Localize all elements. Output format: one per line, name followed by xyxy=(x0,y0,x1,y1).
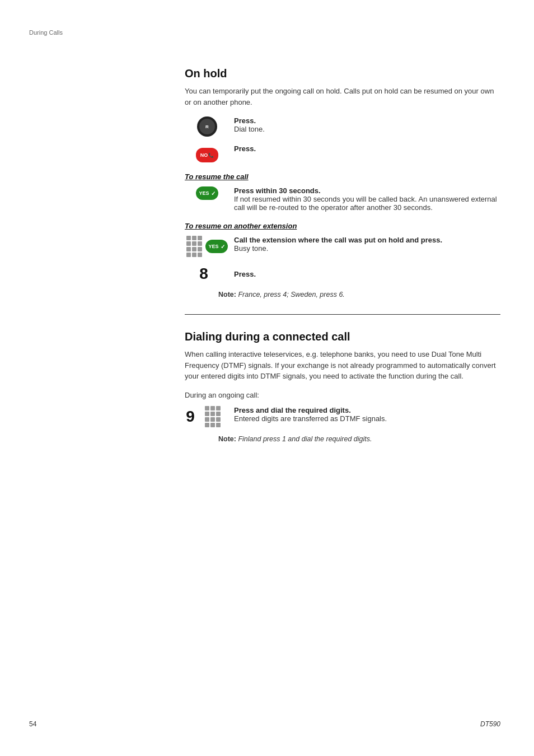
step8-number-col: 8 xyxy=(185,265,229,283)
checkmark-ext-icon: ✓ xyxy=(221,244,225,250)
page-number: 54 xyxy=(29,720,36,728)
no-label: NO xyxy=(200,152,208,158)
resume-call-text: Press within 30 seconds. If not resumed … xyxy=(234,186,500,212)
during-call-label: During an ongoing call: xyxy=(185,391,500,399)
r-button-inner: R xyxy=(199,119,215,134)
resume-ext-label: Call the extension where the call was pu… xyxy=(234,236,500,244)
resume-ext-row: YES ✓ Call the extension where the call … xyxy=(185,236,500,257)
yes-button-ext-icon: YES ✓ xyxy=(205,240,228,253)
dialing-step-label: Press and dial the required digits. xyxy=(234,406,500,414)
resume-ext-text: Call the extension where the call was pu… xyxy=(234,236,500,253)
step9-number: 9 xyxy=(185,408,196,426)
keypad-icon xyxy=(186,236,202,257)
resume-ext-sub: Busy tone. xyxy=(234,244,500,253)
on-hold-title: On hold xyxy=(185,67,500,80)
step8-row: 8 Press. xyxy=(185,265,500,283)
r-button-icon-col: R xyxy=(185,116,229,137)
dialing-note: Note: Finland press 1 and dial the requi… xyxy=(218,435,500,443)
resume-ext-note: Note: France, press 4; Sweden, press 6. xyxy=(218,291,500,298)
step1-row: R Press. Dial tone. xyxy=(185,116,500,137)
resume-call-row: YES ✓ Press within 30 seconds. If not re… xyxy=(185,186,500,212)
yes-button-icon-col: YES ✓ xyxy=(185,186,229,200)
step1-label: Press. xyxy=(234,116,500,125)
no-button-icon-col: NO 📞 xyxy=(185,144,229,162)
dialing-step-text: Press and dial the required digits. Ente… xyxy=(234,406,500,423)
r-button-icon: R xyxy=(197,116,217,137)
resume-ext-note-text: France, press 4; Sweden, press 6. xyxy=(238,291,344,298)
dialing-step-sub: Entered digits are transferred as DTMF s… xyxy=(234,414,500,423)
section-divider xyxy=(185,314,500,315)
step1-sub: Dial tone. xyxy=(234,125,500,133)
step2-row: NO 📞 Press. xyxy=(185,144,500,162)
step8-number: 8 xyxy=(198,265,209,283)
no-button-icon: NO 📞 xyxy=(196,148,218,162)
dialing-step-row: 9 Press and dial the required digits. En… xyxy=(185,406,500,427)
product-name: DT590 xyxy=(480,720,500,728)
step2-text: Press. xyxy=(234,144,500,153)
dialing-note-text: Finland press 1 and dial the required di… xyxy=(238,435,372,443)
on-hold-section: On hold You can temporarily put the ongo… xyxy=(185,67,500,298)
dialing-title: Dialing during a connected call xyxy=(185,330,500,343)
resume-call-desc: If not resumed within 30 seconds you wil… xyxy=(234,195,500,212)
dialing-step-icon-col: 9 xyxy=(185,406,229,427)
resume-call-title: To resume the call xyxy=(185,172,500,181)
resume-call-label: Press within 30 seconds. xyxy=(234,186,500,195)
dialing-section: Dialing during a connected call When cal… xyxy=(185,330,500,443)
dialing-description: When calling interactive teleservices, e… xyxy=(185,349,500,382)
resume-ext-title: To resume on another extension xyxy=(185,222,500,230)
step1-text: Press. Dial tone. xyxy=(234,116,500,133)
yes-label: YES xyxy=(199,190,209,196)
keypad-yes-combo: YES ✓ xyxy=(186,236,228,257)
on-hold-description: You can temporarily put the ongoing call… xyxy=(185,86,500,108)
yes-ext-label: YES xyxy=(208,244,218,249)
dialing-keypad-icon xyxy=(205,406,221,427)
yes-button-icon: YES ✓ xyxy=(196,186,218,200)
step2-label: Press. xyxy=(234,144,500,153)
step8-text: Press. xyxy=(234,270,500,278)
step8-label: Press. xyxy=(234,270,500,278)
checkmark-icon: ✓ xyxy=(211,190,216,197)
keypad-yes-icon-col: YES ✓ xyxy=(185,236,229,257)
section-label: During Calls xyxy=(29,29,63,36)
